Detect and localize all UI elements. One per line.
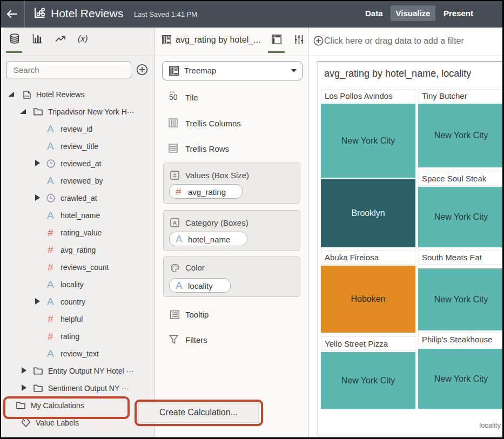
svg-text:50: 50 [169, 93, 178, 101]
svg-text:csv: csv [24, 94, 30, 98]
svg-text:#: # [173, 172, 177, 179]
svg-text:A: A [173, 220, 177, 226]
